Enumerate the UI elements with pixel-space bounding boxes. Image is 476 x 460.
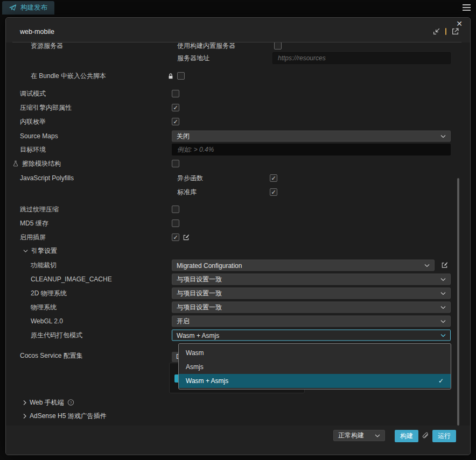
export-icon[interactable] bbox=[451, 27, 459, 36]
erase-module-structure-checkbox[interactable] bbox=[172, 160, 179, 167]
menu-option-wasm[interactable]: Wasm bbox=[179, 346, 451, 360]
import-icon[interactable] bbox=[432, 27, 440, 36]
feature-crop-select[interactable]: Migrated Configuration bbox=[172, 260, 435, 271]
row-inline-enums: 内联枚举 ✓ bbox=[6, 116, 470, 128]
close-icon[interactable]: ✕ bbox=[456, 19, 463, 28]
std-lib-label: 标准库 bbox=[177, 188, 197, 197]
titlebar: 构建发布 bbox=[0, 0, 476, 15]
source-maps-select[interactable]: 关闭 bbox=[172, 131, 451, 142]
embed-common-scripts-label: 在 Bundle 中嵌入公共脚本 bbox=[31, 72, 106, 81]
row-target-env: 目标环境 bbox=[6, 144, 470, 155]
physics-label: 物理系统 bbox=[31, 303, 57, 312]
tab-build-publish[interactable]: 构建发布 bbox=[2, 1, 54, 15]
cocos-service-label: Cocos Service 配置集 bbox=[20, 351, 83, 360]
row-engine-settings: 引擎设置 bbox=[6, 245, 470, 257]
build-mode-value: 正常构建 bbox=[338, 431, 364, 440]
native-code-mode-select[interactable]: Wasm + Asmjs bbox=[172, 330, 451, 341]
dialog-header: web-mobile ✕ bbox=[6, 18, 470, 43]
edit-icon[interactable] bbox=[183, 234, 190, 241]
row-webgl2: WebGL 2.0 开启 bbox=[6, 315, 470, 327]
physics-2d-label: 2D 物理系统 bbox=[31, 289, 67, 298]
edit-icon[interactable] bbox=[441, 262, 448, 269]
native-code-mode-value: Wasm + Asmjs bbox=[177, 331, 219, 339]
menu-option-asmjs[interactable]: Asmjs bbox=[179, 360, 451, 374]
debug-mode-checkbox[interactable] bbox=[172, 90, 179, 97]
server-address-input[interactable] bbox=[272, 52, 451, 64]
cleanup-image-cache-value: 与项目设置一致 bbox=[177, 275, 222, 284]
skip-texture-compression-checkbox[interactable] bbox=[172, 206, 179, 213]
engine-settings-label: 引擎设置 bbox=[31, 246, 57, 256]
async-functions-checkbox[interactable]: ✓ bbox=[270, 174, 277, 182]
chevron-down-icon[interactable] bbox=[23, 249, 28, 252]
row-js-polyfills-async: JavaScript Polyfills 异步函数 ✓ bbox=[6, 172, 470, 184]
run-button[interactable]: 运行 bbox=[432, 430, 456, 442]
row-cleanup-image-cache: CLEANUP_IMAGE_CACHE 与项目设置一致 bbox=[6, 273, 470, 285]
target-env-label: 目标环境 bbox=[20, 145, 46, 154]
hamburger-menu-icon[interactable] bbox=[463, 4, 471, 11]
md5-cache-label: MD5 缓存 bbox=[20, 219, 48, 228]
row-md5-cache: MD5 缓存 bbox=[6, 217, 470, 229]
build-mode-select[interactable]: 正常构建 bbox=[333, 430, 385, 441]
source-maps-label: Source Maps bbox=[20, 132, 58, 140]
physics-2d-value: 与项目设置一致 bbox=[177, 289, 222, 298]
row-source-maps: Source Maps 关闭 bbox=[6, 130, 470, 142]
physics-select[interactable]: 与项目设置一致 bbox=[172, 302, 451, 313]
flask-icon bbox=[12, 160, 19, 167]
chevron-down-icon bbox=[440, 292, 446, 295]
row-js-polyfills-stdlib: 标准库 ✓ bbox=[6, 186, 470, 198]
menu-option-wasm-asmjs[interactable]: Wasm + Asmjs ✓ bbox=[179, 374, 451, 388]
skip-texture-compression-label: 跳过纹理压缩 bbox=[20, 205, 59, 214]
target-env-input[interactable] bbox=[172, 144, 451, 155]
compress-engine-props-checkbox[interactable]: ✓ bbox=[172, 104, 179, 111]
row-resource-server: 资源服务器 使用构建内置服务器 bbox=[6, 43, 470, 52]
chevron-down-icon bbox=[375, 434, 380, 437]
js-polyfills-label: JavaScript Polyfills bbox=[20, 174, 74, 182]
enable-splash-checkbox[interactable]: ✓ bbox=[172, 233, 179, 241]
inline-enums-checkbox[interactable]: ✓ bbox=[172, 118, 179, 125]
debug-mode-label: 调试模式 bbox=[20, 89, 46, 98]
chevron-right-icon[interactable] bbox=[23, 413, 26, 419]
row-feature-crop: 功能裁切 Migrated Configuration bbox=[6, 259, 470, 271]
feature-crop-label: 功能裁切 bbox=[31, 261, 57, 270]
link-icon[interactable] bbox=[421, 431, 430, 440]
native-code-mode-dropdown-menu: Wasm Asmjs Wasm + Asmjs ✓ bbox=[178, 343, 451, 390]
row-debug-mode: 调试模式 bbox=[6, 88, 470, 100]
chevron-down-icon bbox=[440, 306, 446, 309]
physics-value: 与项目设置一致 bbox=[177, 303, 222, 312]
svg-text:?: ? bbox=[69, 400, 72, 405]
dialog-title: web-mobile bbox=[20, 28, 54, 36]
use-builtin-server-checkbox[interactable] bbox=[274, 43, 282, 49]
help-icon[interactable]: ? bbox=[67, 399, 74, 406]
modified-indicator bbox=[445, 28, 446, 35]
scrollbar-thumb[interactable] bbox=[457, 178, 459, 426]
build-options-panel: 资源服务器 使用构建内置服务器 服务器地址 在 Bundle 中嵌入公共脚本 调… bbox=[6, 43, 470, 426]
use-builtin-server-label: 使用构建内置服务器 bbox=[177, 43, 235, 51]
row-web-mobile-section: Web 手机端 ? bbox=[6, 397, 470, 408]
lock-icon bbox=[167, 73, 174, 80]
row-adsense-section: AdSense H5 游戏广告插件 bbox=[6, 410, 470, 422]
build-dialog: web-mobile ✕ 资源服务器 使用构建内置服务器 服务器地址 在 Bun… bbox=[5, 17, 471, 455]
embed-common-scripts-checkbox[interactable] bbox=[177, 72, 185, 80]
cleanup-image-cache-label: CLEANUP_IMAGE_CACHE bbox=[31, 275, 112, 283]
row-enable-splash: 启用插屏 ✓ bbox=[6, 231, 470, 243]
cleanup-image-cache-select[interactable]: 与项目设置一致 bbox=[172, 274, 451, 285]
web-mobile-section-label: Web 手机端 bbox=[30, 398, 64, 407]
native-code-mode-label: 原生代码打包模式 bbox=[31, 331, 82, 340]
md5-cache-checkbox[interactable] bbox=[172, 220, 179, 227]
erase-module-structure-label: 擦除模块结构 bbox=[22, 159, 61, 168]
dialog-footer: 正常构建 构建 运行 bbox=[6, 426, 470, 455]
row-physics-2d: 2D 物理系统 与项目设置一致 bbox=[6, 287, 470, 299]
row-physics: 物理系统 与项目设置一致 bbox=[6, 301, 470, 313]
paper-plane-icon bbox=[9, 4, 17, 11]
chevron-right-icon[interactable] bbox=[23, 400, 26, 405]
std-lib-checkbox[interactable]: ✓ bbox=[270, 188, 277, 196]
chevron-down-icon bbox=[440, 320, 446, 323]
enable-splash-label: 启用插屏 bbox=[20, 233, 46, 242]
physics-2d-select[interactable]: 与项目设置一致 bbox=[172, 288, 451, 299]
feature-crop-value: Migrated Configuration bbox=[177, 261, 242, 269]
source-maps-value: 关闭 bbox=[177, 132, 190, 141]
build-button[interactable]: 构建 bbox=[395, 430, 418, 442]
row-embed-common-scripts: 在 Bundle 中嵌入公共脚本 bbox=[6, 70, 470, 82]
row-erase-module-structure: 擦除模块结构 bbox=[6, 158, 470, 169]
webgl2-select[interactable]: 开启 bbox=[172, 316, 451, 327]
